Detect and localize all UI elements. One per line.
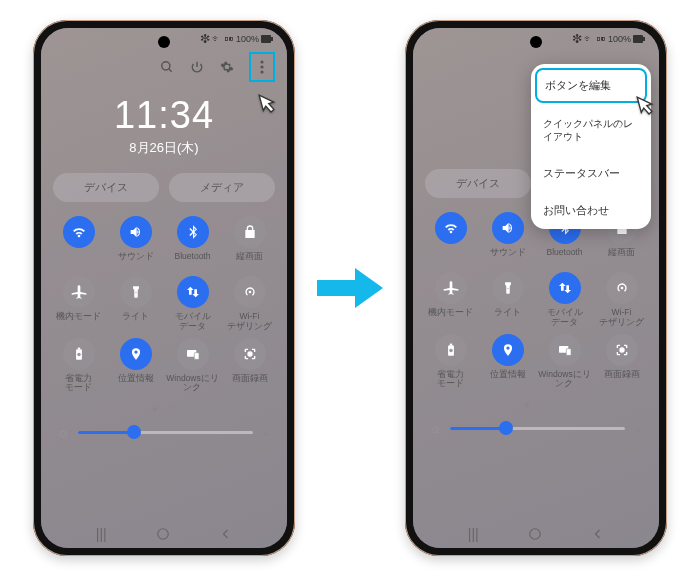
tile-airplane[interactable]: 機内モード xyxy=(423,272,478,328)
nav-recent[interactable]: ||| xyxy=(96,526,107,542)
menu-edit-buttons[interactable]: ボタンを編集 xyxy=(535,68,647,103)
android-navbar: ||| xyxy=(41,526,287,542)
tile-lock[interactable]: 縦画面 xyxy=(222,216,277,270)
tile-powersave[interactable]: 省電力 モード xyxy=(423,334,478,390)
tile-sound[interactable]: サウンド xyxy=(480,212,535,266)
flashlight-icon xyxy=(120,276,152,308)
tile-label: Windowsにリ ンク xyxy=(538,370,590,390)
tile-location[interactable]: 位置情報 xyxy=(108,338,163,394)
tile-tether[interactable]: Wi-Fi テザリング xyxy=(594,272,649,328)
tile-label: 省電力 モード xyxy=(65,374,92,394)
svg-rect-8 xyxy=(77,347,79,349)
brightness-icon: ☼ xyxy=(429,420,442,436)
slider-track[interactable] xyxy=(78,431,253,434)
page-indicator: ● ○ xyxy=(413,399,659,410)
tile-label: 縦画面 xyxy=(236,252,263,270)
date-text: 8月26日(木) xyxy=(41,139,287,157)
tile-label: サウンド xyxy=(490,248,526,266)
tile-link[interactable]: Windowsにリ ンク xyxy=(165,338,220,394)
status-icons: ✽ ᯤ ▯◧ xyxy=(201,34,234,44)
mobiledata-icon xyxy=(549,272,581,304)
tab-device[interactable]: デバイス xyxy=(425,169,531,198)
svg-point-4 xyxy=(260,60,263,63)
menu-contact[interactable]: お問い合わせ xyxy=(531,192,651,229)
nav-back[interactable] xyxy=(592,528,604,540)
location-icon xyxy=(120,338,152,370)
svg-rect-1 xyxy=(271,37,273,41)
phone-left: ✽ ᯤ ▯◧ 100% 11:34 8月26日(木) xyxy=(33,20,295,556)
search-icon[interactable] xyxy=(159,59,175,75)
tile-label: 省電力 モード xyxy=(437,370,464,390)
chevron-down-icon[interactable]: ⌄ xyxy=(261,425,271,439)
tile-airplane[interactable]: 機内モード xyxy=(51,276,106,332)
lock-icon xyxy=(234,216,266,248)
tile-flashlight[interactable]: ライト xyxy=(480,272,535,328)
wifi-icon xyxy=(435,212,467,244)
chevron-down-icon[interactable]: ⌄ xyxy=(633,421,643,435)
tile-link[interactable]: Windowsにリ ンク xyxy=(537,334,592,390)
menu-panel-layout[interactable]: クイックパネルのレイアウト xyxy=(531,107,651,155)
record-icon xyxy=(234,338,266,370)
sound-icon xyxy=(492,212,524,244)
svg-rect-0 xyxy=(261,35,271,43)
svg-point-13 xyxy=(158,529,169,540)
tether-icon xyxy=(606,272,638,304)
tile-record[interactable]: 画面録画 xyxy=(594,334,649,390)
status-bar: ✽ ᯤ ▯◧ 100% xyxy=(41,28,287,46)
time-text: 11:34 xyxy=(41,94,287,137)
tile-wifi[interactable] xyxy=(51,216,106,270)
brightness-slider[interactable]: ☼ ⌄ xyxy=(41,414,287,440)
tile-tether[interactable]: Wi-Fi テザリング xyxy=(222,276,277,332)
nav-recent[interactable]: ||| xyxy=(468,526,479,542)
tile-label: Wi-Fi テザリング xyxy=(599,308,644,328)
bluetooth-icon xyxy=(177,216,209,248)
tile-sound[interactable]: サウンド xyxy=(108,216,163,270)
nav-back[interactable] xyxy=(220,528,232,540)
tile-mobiledata[interactable]: モバイル データ xyxy=(165,276,220,332)
svg-rect-20 xyxy=(566,348,571,355)
slider-track[interactable] xyxy=(450,427,625,430)
tile-location[interactable]: 位置情報 xyxy=(480,334,535,390)
tile-wifi[interactable] xyxy=(423,212,478,266)
svg-line-3 xyxy=(169,69,172,72)
tile-label: 機内モード xyxy=(56,312,101,330)
tile-label: サウンド xyxy=(118,252,154,270)
clock-widget: 11:34 8月26日(木) xyxy=(41,94,287,157)
svg-rect-17 xyxy=(449,343,451,345)
tab-media[interactable]: メディア xyxy=(169,173,275,202)
brightness-slider[interactable]: ☼ ⌄ xyxy=(413,410,659,436)
nav-home[interactable] xyxy=(156,527,170,541)
tile-label: ライト xyxy=(494,308,521,326)
powersave-icon xyxy=(63,338,95,370)
mobiledata-icon xyxy=(177,276,209,308)
power-icon[interactable] xyxy=(189,59,205,75)
battery-icon xyxy=(261,35,273,43)
tile-record[interactable]: 画面録画 xyxy=(222,338,277,394)
tile-label: モバイル データ xyxy=(547,308,583,328)
tab-device[interactable]: デバイス xyxy=(53,173,159,202)
more-options-button[interactable] xyxy=(249,52,275,82)
location-icon xyxy=(492,334,524,366)
screen: ✽ ᯤ ▯◧ 100% 11:34 8月26日(木) xyxy=(41,28,287,548)
tile-label: Windowsにリ ンク xyxy=(166,374,218,394)
arrow-right-icon xyxy=(315,263,385,313)
link-icon xyxy=(549,334,581,366)
menu-status-bar[interactable]: ステータスバー xyxy=(531,155,651,192)
tile-flashlight[interactable]: ライト xyxy=(108,276,163,332)
airplane-icon xyxy=(435,272,467,304)
tile-bluetooth[interactable]: Bluetooth xyxy=(165,216,220,270)
svg-point-12 xyxy=(248,352,252,356)
flashlight-icon xyxy=(492,272,524,304)
android-navbar: ||| xyxy=(413,526,659,542)
battery-text: 100% xyxy=(608,34,631,44)
quick-tiles: サウンドBluetooth縦画面機内モードライトモバイル データWi-Fi テザ… xyxy=(413,208,659,393)
nav-home[interactable] xyxy=(528,527,542,541)
tile-label: 縦画面 xyxy=(608,248,635,266)
svg-point-22 xyxy=(530,529,541,540)
tile-mobiledata[interactable]: モバイル データ xyxy=(537,272,592,328)
tile-label: モバイル データ xyxy=(175,312,211,332)
page-indicator: ● ○ xyxy=(41,403,287,414)
tile-label: 画面録画 xyxy=(604,370,640,388)
gear-icon[interactable] xyxy=(219,59,235,75)
tile-powersave[interactable]: 省電力 モード xyxy=(51,338,106,394)
